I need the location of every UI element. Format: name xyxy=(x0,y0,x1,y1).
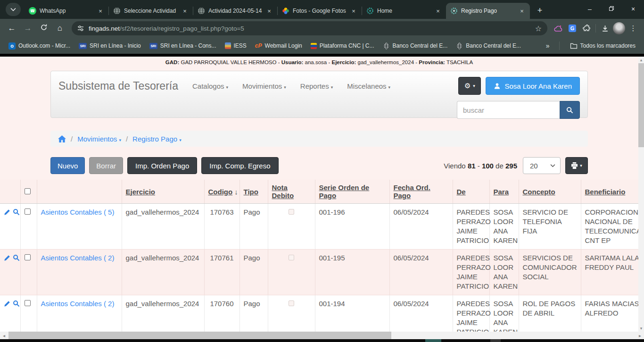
breadcrumb-registro-pago[interactable]: Registro Pago▾ xyxy=(132,135,182,143)
back-button[interactable]: ← xyxy=(4,24,20,33)
session-info-bar: GAD: GAD PARROQUIAL VALLE HERMOSO - Usua… xyxy=(0,57,638,68)
bookmarks-right: » Todos los marcadores xyxy=(543,41,639,50)
close-window-button[interactable]: × xyxy=(622,0,644,18)
bookmark-sri-inicio[interactable]: SRISRI en Línea - Inicio xyxy=(75,41,145,50)
reload-button[interactable] xyxy=(36,24,52,33)
settings-dropdown-button[interactable]: ⚙▾ xyxy=(458,77,481,95)
user-menu-button[interactable]: Sosa Loor Ana Karen xyxy=(486,77,580,95)
tab-google-fotos[interactable]: Fotos - Google Fotos × xyxy=(278,3,362,19)
imp-comp-egreso-button[interactable]: Imp. Comp. Egreso xyxy=(201,157,278,174)
page-size-select[interactable]: 20 xyxy=(523,157,561,174)
asientos-contables-link[interactable]: Asientos Contables ( 2) xyxy=(41,300,115,308)
search-button[interactable] xyxy=(560,101,580,119)
horizontal-scrollbar-thumb[interactable] xyxy=(8,332,391,339)
bookmark-webmail[interactable]: cPWebmail Login xyxy=(251,41,306,50)
bookmark-banco-central-2[interactable]: Banco Central del E... xyxy=(452,41,525,51)
edit-button[interactable] xyxy=(4,209,10,218)
bookmark-iess[interactable]: IESS xyxy=(221,41,250,50)
breadcrumb-movimientos[interactable]: Movimientos▾ xyxy=(77,135,121,143)
minimize-button[interactable]: – xyxy=(579,0,601,18)
bookmark-cnc[interactable]: Plataforma CNC | C... xyxy=(307,41,378,50)
taskbar-edge xyxy=(0,339,644,342)
scroll-down-icon[interactable]: ▾ xyxy=(638,325,644,332)
vertical-scrollbar[interactable]: ▴ ▾ xyxy=(638,57,644,332)
scroll-left-icon[interactable]: ◂ xyxy=(0,333,8,338)
edit-button[interactable] xyxy=(4,254,10,264)
globe-icon xyxy=(456,42,463,50)
header-tipo[interactable]: Tipo xyxy=(239,180,268,204)
horizontal-scrollbar[interactable]: ◂ ▸ xyxy=(0,332,644,339)
browser-home-button[interactable]: ⌂ xyxy=(52,24,68,33)
nota-debito-checkbox xyxy=(289,209,294,215)
header-de[interactable]: De xyxy=(453,180,489,204)
extensions-puzzle-icon[interactable] xyxy=(579,25,594,33)
borrar-button[interactable]: Borrar xyxy=(89,157,123,174)
bookmark-outlook[interactable]: oOutlook.com - Micr... xyxy=(5,41,74,51)
header-serie[interactable]: Serie Orden de Pago xyxy=(315,180,389,204)
edit-button[interactable] xyxy=(4,300,10,309)
tab-whatsapp[interactable]: ☎ WhatsApp × xyxy=(25,3,108,19)
nuevo-button[interactable]: Nuevo xyxy=(50,157,85,174)
app-navbar: Subsistema de Tesorería Catalogos▾ Movim… xyxy=(50,71,588,118)
print-dropdown-button[interactable]: ▾ xyxy=(565,157,588,174)
header-ejercicio[interactable]: Ejercicio xyxy=(122,180,204,204)
select-all-checkbox[interactable] xyxy=(25,188,31,194)
all-bookmarks-button[interactable]: Todos los marcadores xyxy=(566,41,639,50)
scroll-right-icon[interactable]: ▸ xyxy=(636,333,644,338)
header-nota-debito[interactable]: Nota Debito xyxy=(268,180,315,204)
browser-toolbar: ← → ⌂ fingads.net/sf2/tesoreria/registro… xyxy=(0,19,644,38)
extension-cloud-icon[interactable] xyxy=(551,25,565,32)
profile-avatar[interactable] xyxy=(612,22,626,34)
view-button[interactable] xyxy=(13,300,20,309)
bookmark-sri-consultas[interactable]: SRISRI en Línea - Cons... xyxy=(146,41,220,50)
header-concepto[interactable]: Concepto xyxy=(519,180,581,204)
header-fecha[interactable]: Fecha Ord. Pago xyxy=(389,180,453,204)
row-checkbox[interactable] xyxy=(25,300,31,306)
new-tab-button[interactable]: + xyxy=(533,4,547,18)
globe-icon xyxy=(198,7,205,15)
search-input[interactable] xyxy=(457,101,560,119)
close-tab-icon[interactable]: × xyxy=(265,8,273,15)
row-checkbox[interactable] xyxy=(25,209,31,215)
translate-icon[interactable]: G xyxy=(565,25,579,32)
header-codigo[interactable]: Codigo↓ xyxy=(204,180,239,204)
tab-home[interactable]: Home × xyxy=(362,3,446,19)
scroll-up-icon[interactable]: ▴ xyxy=(638,57,644,63)
menu-reportes[interactable]: Reportes▾ xyxy=(300,82,333,90)
tab-actividad[interactable]: Actividad 2024-05-14 × xyxy=(193,3,277,19)
forward-button[interactable]: → xyxy=(20,24,36,33)
view-button[interactable] xyxy=(13,209,20,218)
close-tab-icon[interactable]: × xyxy=(97,8,104,15)
menu-catalogos[interactable]: Catalogos▾ xyxy=(192,82,228,90)
tab-seleccione-actividad[interactable]: Seleccione Actividad × xyxy=(109,3,193,19)
row-checkbox[interactable] xyxy=(25,254,31,260)
tab-registro-pago-active[interactable]: Registro Pago × xyxy=(446,3,530,19)
imp-orden-pago-button[interactable]: Imp. Orden Pago xyxy=(127,157,197,174)
usuario-value: ana.sosa xyxy=(305,59,327,65)
asientos-contables-link[interactable]: Asientos Contables ( 2) xyxy=(41,254,115,262)
table-row: Asientos Contables ( 2) gad_vallehermos_… xyxy=(0,295,638,332)
tab-search-button[interactable] xyxy=(6,3,21,16)
asientos-contables-link[interactable]: Asientos Contables ( 5) xyxy=(41,208,115,216)
downloads-icon[interactable] xyxy=(598,25,612,33)
close-tab-icon[interactable]: × xyxy=(181,8,189,15)
close-tab-icon[interactable]: × xyxy=(350,8,357,15)
restore-button[interactable] xyxy=(601,0,622,18)
bookmark-banco-central-1[interactable]: Banco Central del E... xyxy=(379,41,452,51)
address-bar[interactable]: fingads.net/sf2/tesoreria/registro_pago_… xyxy=(72,21,547,35)
view-button[interactable] xyxy=(13,254,20,264)
header-para[interactable]: Para xyxy=(489,180,519,204)
provincia-label: Provincia: xyxy=(419,59,445,65)
browser-menu-icon[interactable]: ⋮ xyxy=(626,24,640,33)
bookmark-star-icon[interactable]: ☆ xyxy=(535,24,542,33)
chevron-down-icon xyxy=(550,164,555,167)
menu-miscelaneos[interactable]: Miscelaneos▾ xyxy=(347,82,390,90)
cell-ejercicio: gad_vallehermos_2024 xyxy=(122,204,204,250)
menu-movimientos[interactable]: Movimientos▾ xyxy=(242,82,286,90)
home-icon[interactable] xyxy=(58,135,66,142)
header-beneficiario[interactable]: Beneficiario xyxy=(581,180,638,204)
vertical-scrollbar-thumb[interactable] xyxy=(638,63,644,147)
bookmarks-overflow-button[interactable]: » xyxy=(543,42,553,50)
close-tab-icon[interactable]: × xyxy=(434,8,442,15)
close-tab-icon[interactable]: × xyxy=(518,8,526,15)
